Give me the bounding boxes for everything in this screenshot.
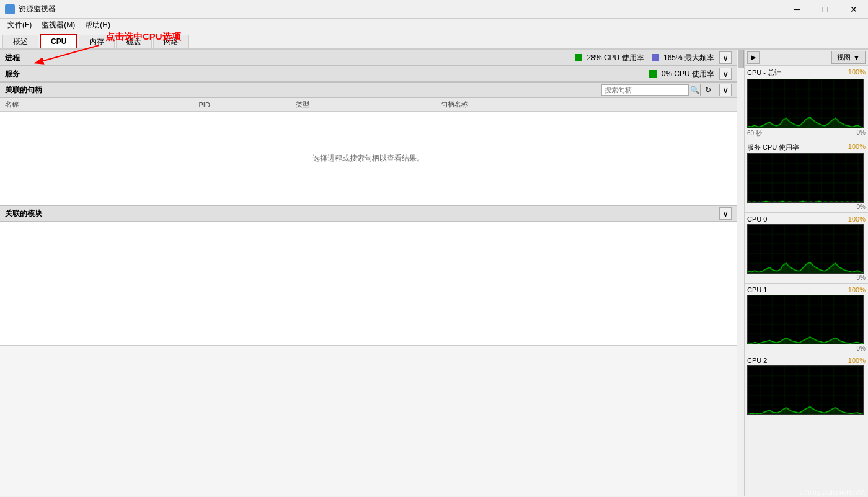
graph-value-cpu-0: 0% xyxy=(857,274,866,281)
graph-time-cpu-total: 60 秒 xyxy=(747,129,762,138)
mem-indicator xyxy=(652,54,659,61)
menu-file[interactable]: 文件(F) xyxy=(2,19,37,32)
graph-canvas-cpu-total xyxy=(747,79,864,128)
refresh-button[interactable]: ↻ xyxy=(702,84,714,96)
service-info: 0% CPU 使用率 xyxy=(649,69,714,79)
tab-memory[interactable]: 内存 xyxy=(79,35,115,48)
minimize-button[interactable]: ─ xyxy=(782,0,811,19)
graph-label-service-cpu: 服务 CPU 使用率 xyxy=(747,143,799,152)
search-box: 🔍 ↻ xyxy=(601,84,714,96)
graph-max-cpu-2: 100% xyxy=(848,357,866,364)
graph-canvas-service-cpu xyxy=(747,153,864,203)
graph-cpu-1: CPU 1100%0% xyxy=(745,284,868,354)
handles-chevron[interactable]: ∨ xyxy=(719,84,732,96)
process-title: 进程 xyxy=(5,53,575,63)
col-handle[interactable]: 句柄名称 xyxy=(441,100,732,109)
menu-help[interactable]: 帮助(H) xyxy=(80,19,115,32)
service-title: 服务 xyxy=(5,69,649,79)
graph-cpu-2: CPU 2100% xyxy=(745,354,868,418)
graph-canvas-cpu-1 xyxy=(747,295,864,344)
service-section-header[interactable]: 服务 0% CPU 使用率 ∨ xyxy=(0,66,737,82)
maximize-button[interactable]: □ xyxy=(811,0,839,19)
tab-network[interactable]: 网络 xyxy=(153,35,189,48)
col-name[interactable]: 名称 xyxy=(5,100,199,109)
main-layout: 进程 28% CPU 使用率 165% 最大频率 ∨ 服务 0% CPU 使用率 xyxy=(0,50,868,496)
graph-canvas-cpu-2 xyxy=(747,365,864,415)
modules-title: 关联的模块 xyxy=(5,208,719,219)
col-pid[interactable]: PID xyxy=(199,101,296,109)
cpu-indicator xyxy=(575,54,582,61)
handles-empty-message: 选择进程或搜索句柄以查看结果。 xyxy=(0,112,737,205)
graph-max-service-cpu: 100% xyxy=(848,143,866,152)
graph-label-cpu-0: CPU 0 xyxy=(747,215,767,223)
graph-cpu-total: CPU - 总计100%60 秒0% xyxy=(745,66,868,140)
process-chevron[interactable]: ∨ xyxy=(719,51,732,64)
tab-bar: 概述 CPU 内存 磁盘 网络 xyxy=(0,32,868,50)
graph-max-cpu-0: 100% xyxy=(848,215,866,223)
graph-cpu-0: CPU 0100%0% xyxy=(745,213,868,284)
graphs-container: CPU - 总计100%60 秒0%服务 CPU 使用率100%0%CPU 01… xyxy=(745,66,868,418)
service-cpu-usage: 0% CPU 使用率 xyxy=(649,69,714,79)
main-scrollbar[interactable] xyxy=(737,50,744,496)
service-chevron[interactable]: ∨ xyxy=(719,68,732,80)
expand-button[interactable]: ▶ xyxy=(747,51,760,64)
graph-value-cpu-1: 0% xyxy=(857,345,866,352)
handles-header: 关联的句柄 🔍 ↻ ∨ xyxy=(0,82,737,98)
close-button[interactable]: ✕ xyxy=(839,0,868,19)
graph-label-cpu-total: CPU - 总计 xyxy=(747,68,781,78)
right-panel: ▶ 视图 ▼ CPU - 总计100%60 秒0%服务 CPU 使用率100%0… xyxy=(744,50,868,496)
tab-disk[interactable]: 磁盘 xyxy=(116,35,152,48)
window-controls: ─ □ ✕ xyxy=(782,0,868,19)
graph-value-service-cpu: 0% xyxy=(857,204,866,210)
process-cpu-usage: 28% CPU 使用率 xyxy=(575,53,644,63)
modules-chevron[interactable]: ∨ xyxy=(719,207,732,220)
handles-section: 关联的句柄 🔍 ↻ ∨ 名称 PID 类型 句柄名称 选择进程或搜索句柄以查看结… xyxy=(0,82,737,205)
graph-label-cpu-1: CPU 1 xyxy=(747,286,767,293)
process-section-header[interactable]: 进程 28% CPU 使用率 165% 最大频率 ∨ xyxy=(0,50,737,66)
tab-overview[interactable]: 概述 xyxy=(2,35,38,48)
graph-canvas-cpu-0 xyxy=(747,224,864,274)
modules-content xyxy=(0,222,737,346)
modules-section: 关联的模块 ∨ xyxy=(0,205,737,346)
menu-monitor[interactable]: 监视器(M) xyxy=(37,19,80,32)
left-panel: 进程 28% CPU 使用率 165% 最大频率 ∨ 服务 0% CPU 使用率 xyxy=(0,50,737,496)
view-button[interactable]: 视图 ▼ xyxy=(831,51,866,64)
right-panel-header: ▶ 视图 ▼ xyxy=(745,50,868,66)
graph-label-cpu-2: CPU 2 xyxy=(747,357,767,364)
tab-cpu[interactable]: CPU xyxy=(40,34,78,48)
handles-col-headers: 名称 PID 类型 句柄名称 xyxy=(0,98,737,112)
graph-service-cpu: 服务 CPU 使用率100%0% xyxy=(745,140,868,213)
window-title: 资源监视器 xyxy=(19,4,56,14)
menu-bar: 文件(F) 监视器(M) 帮助(H) xyxy=(0,19,868,32)
service-cpu-indicator xyxy=(649,70,657,78)
modules-section-header[interactable]: 关联的模块 ∨ xyxy=(0,205,737,222)
graph-value-cpu-total: 0% xyxy=(857,129,866,138)
title-bar: 资源监视器 ─ □ ✕ xyxy=(0,0,868,19)
handles-table: 名称 PID 类型 句柄名称 选择进程或搜索句柄以查看结果。 xyxy=(0,98,737,205)
col-type[interactable]: 类型 xyxy=(296,100,441,109)
graph-max-cpu-total: 100% xyxy=(848,68,866,78)
graph-max-cpu-1: 100% xyxy=(848,286,866,293)
search-input[interactable] xyxy=(601,84,688,96)
search-button[interactable]: 🔍 xyxy=(688,84,701,96)
handles-title: 关联的句柄 xyxy=(5,85,601,96)
tab-bar-container: 点击选中CPU选项 概述 CPU 内存 磁盘 网络 xyxy=(0,32,868,50)
process-info: 28% CPU 使用率 165% 最大频率 xyxy=(575,53,714,63)
process-max-freq: 165% 最大频率 xyxy=(652,53,714,63)
app-icon xyxy=(5,4,15,14)
scrollbar-thumb[interactable] xyxy=(738,50,744,68)
